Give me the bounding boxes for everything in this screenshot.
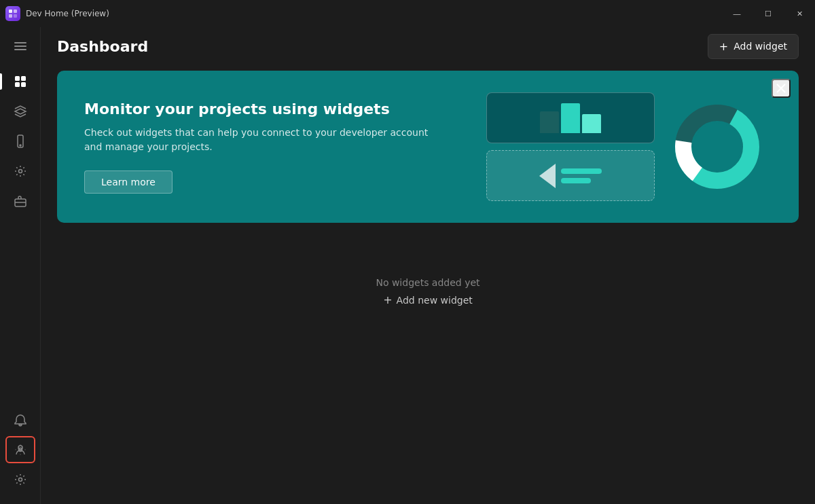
empty-state: No widgets added yet + Add new widget [57,277,799,306]
dashboard-icon [14,75,27,88]
sidebar-item-dashboard[interactable] [5,68,35,95]
svg-rect-8 [21,76,26,81]
svg-rect-0 [9,10,12,13]
layers-icon [14,105,27,118]
svg-rect-5 [14,46,26,47]
donut-chart [673,103,761,191]
add-new-widget-button[interactable]: + Add new widget [383,293,473,306]
svg-point-12 [20,145,21,146]
sidebar-item-device[interactable] [5,128,35,155]
bars-widget [535,98,606,139]
bar-2 [561,103,580,133]
bar-1 [540,111,559,133]
account-settings-icon [14,443,27,456]
header: Dashboard + Add widget [41,27,815,65]
sidebar-item-environment[interactable] [5,158,35,185]
h-line-1 [561,168,602,174]
svg-rect-9 [15,82,20,87]
svg-rect-10 [21,82,26,87]
illus-top-widget [486,92,655,143]
minimize-button[interactable]: — [721,3,753,24]
title-bar: Dev Home (Preview) — ☐ ✕ [0,0,815,27]
title-bar-title: Dev Home (Preview) [26,9,109,18]
svg-rect-3 [14,14,17,18]
sidebar-top [5,68,35,406]
plus-icon: + [719,40,728,53]
settings-icon [14,473,27,486]
main-content: Dashboard + Add widget Monitor you [41,27,815,504]
illus-right-widget [663,92,772,201]
banner: Monitor your projects using widgets Chec… [57,71,799,223]
banner-illustration [486,92,772,201]
svg-rect-1 [14,10,17,13]
sidebar-item-layers[interactable] [5,98,35,125]
sidebar-item-projects[interactable] [5,187,35,215]
add-widget-label: Add widget [734,41,787,52]
title-bar-left: Dev Home (Preview) [5,6,109,21]
sidebar-item-account-settings[interactable] [5,436,35,463]
banner-description: Check out widgets that can help you conn… [84,126,437,154]
sidebar [0,27,41,504]
svg-point-13 [18,170,22,173]
app-body: Dashboard + Add widget Monitor you [0,27,815,504]
svg-point-24 [693,123,741,170]
page-title: Dashboard [57,38,148,55]
illus-left [486,92,655,201]
arrow-widget [532,157,609,195]
briefcase-icon [14,194,27,208]
no-widgets-text: No widgets added yet [376,277,479,288]
title-bar-controls: — ☐ ✕ [721,3,815,24]
illus-bottom-widget [486,150,655,201]
sidebar-bottom [5,406,35,499]
line-group [561,168,602,183]
bar-3 [582,114,601,133]
banner-close-button[interactable] [772,79,791,98]
plus-icon-empty: + [383,293,392,306]
sidebar-item-announcements[interactable] [5,406,35,433]
close-button[interactable]: ✕ [784,3,815,24]
svg-rect-2 [9,14,12,18]
announcement-icon [14,413,27,427]
svg-rect-6 [14,49,26,50]
banner-text: Monitor your projects using widgets Chec… [84,101,437,194]
app-icon [5,6,20,21]
hamburger-menu-button[interactable] [5,33,35,60]
banner-title: Monitor your projects using widgets [84,101,437,118]
maximize-button[interactable]: ☐ [753,3,784,24]
sidebar-item-settings[interactable] [5,466,35,493]
svg-rect-7 [15,76,20,81]
gear-icon [14,164,27,178]
add-widget-button[interactable]: + Add widget [708,34,799,59]
content-area: Monitor your projects using widgets Chec… [41,65,815,504]
h-line-2 [561,178,591,183]
svg-point-18 [18,478,22,482]
phone-icon [14,134,27,148]
svg-rect-4 [14,42,26,43]
arrow-left-icon [539,164,556,188]
add-new-widget-label: Add new widget [397,295,473,306]
learn-more-button[interactable]: Learn more [84,170,173,194]
